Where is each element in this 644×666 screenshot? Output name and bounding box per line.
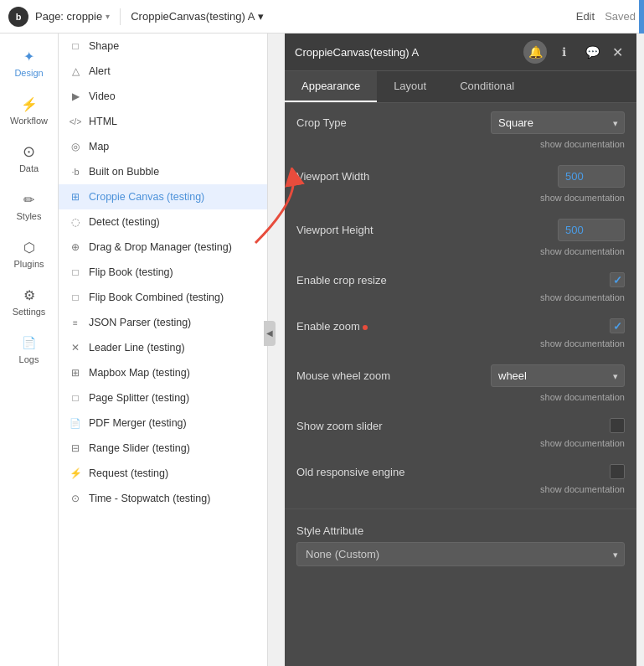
show-zoom-slider-doc-link[interactable]: show documentation [540, 438, 625, 448]
pdf-merger-icon: 📄 [69, 416, 82, 430]
sidebar-item-design[interactable]: ✦ Design [0, 40, 58, 85]
old-responsive-engine-control [610, 464, 625, 479]
element-label-range-slider: Range Slider (testing) [89, 442, 190, 454]
viewport-height-doc-link[interactable]: show documentation [540, 246, 625, 256]
workflow-icon: ⚡ [20, 95, 39, 113]
element-item-request[interactable]: ⚡ Request (testing) [59, 461, 267, 486]
crop-type-doc-link[interactable]: show documentation [540, 139, 625, 149]
crop-type-control: Square Circle Rectangle [491, 111, 625, 134]
element-item-pdf-merger[interactable]: 📄 PDF Merger (testing) [59, 410, 267, 436]
page-label: Page: croppie [35, 10, 102, 23]
element-item-bubble[interactable]: ·b Built on Bubble [59, 159, 267, 184]
info-icon[interactable]: ℹ [552, 40, 575, 64]
enable-zoom-control [610, 318, 625, 333]
style-attribute-section: Style Attribute None (Custom) [285, 516, 636, 576]
element-item-flip-book-combined[interactable]: □ Flip Book Combined (testing) [59, 285, 267, 310]
mouse-wheel-zoom-doc-link[interactable]: show documentation [540, 392, 625, 402]
tab-layout[interactable]: Layout [377, 71, 443, 102]
sidebar-item-logs[interactable]: 📄 Logs [0, 327, 58, 371]
sidebar-item-styles[interactable]: ✏ Styles [0, 183, 58, 228]
old-responsive-engine-checkbox[interactable] [610, 464, 625, 479]
edit-button[interactable]: Edit [576, 10, 595, 23]
element-item-map[interactable]: ◎ Map [59, 134, 267, 159]
enable-zoom-checkbox[interactable] [610, 318, 625, 333]
viewport-height-input[interactable] [558, 219, 625, 241]
mouse-wheel-zoom-control: wheel ctrl off [491, 364, 625, 387]
page-splitter-icon: □ [69, 391, 82, 405]
chat-icon[interactable]: 💬 [580, 40, 604, 64]
sidebar-item-workflow[interactable]: ⚡ Workflow [0, 88, 58, 132]
shape-icon: □ [69, 39, 82, 53]
element-label-map: Map [89, 141, 109, 152]
tab-conditional[interactable]: Conditional [443, 71, 531, 102]
element-item-time-stopwatch[interactable]: ⊙ Time - Stopwatch (testing) [59, 486, 267, 511]
element-label-mapbox: Mapbox Map (testing) [89, 367, 190, 379]
old-responsive-engine-doc: show documentation [285, 483, 636, 502]
crop-type-doc: show documentation [285, 137, 636, 157]
crop-type-select-wrapper: Square Circle Rectangle [491, 111, 625, 134]
element-label-alert: Alert [89, 65, 111, 77]
logs-icon: 📄 [20, 333, 39, 352]
sidebar-label-plugins: Plugins [13, 259, 44, 269]
time-stopwatch-icon: ⊙ [69, 492, 82, 505]
show-zoom-slider-checkbox[interactable] [610, 418, 625, 433]
sidebar-item-data[interactable]: ⊙ Data [0, 136, 58, 180]
mouse-wheel-zoom-select-wrapper: wheel ctrl off [491, 364, 625, 387]
element-item-alert[interactable]: △ Alert [59, 59, 267, 84]
crop-type-label: Crop Type [296, 116, 491, 129]
sidebar-item-plugins[interactable]: ⬡ Plugins [0, 231, 58, 276]
element-item-leader-line[interactable]: ✕ Leader Line (testing) [59, 335, 267, 360]
left-sidebar: ✦ Design ⚡ Workflow ⊙ Data ✏ Styles ⬡ Pl… [0, 34, 59, 666]
alert-icon: △ [69, 65, 82, 78]
sidebar-label-design: Design [14, 68, 43, 78]
viewport-width-input[interactable] [558, 165, 625, 188]
element-item-drag-drop[interactable]: ⊕ Drag & Drop Manager (testing) [59, 235, 267, 260]
sidebar-item-settings[interactable]: ⚙ Settings [0, 279, 58, 323]
show-zoom-slider-label: Show zoom slider [296, 420, 610, 432]
topbar-divider [120, 8, 121, 25]
element-item-mapbox[interactable]: ⊞ Mapbox Map (testing) [59, 360, 267, 385]
canvas-selector[interactable]: CroppieCanvas(testing) A ▾ [131, 10, 569, 23]
page-selector[interactable]: Page: croppie ▾ [35, 10, 110, 23]
crop-type-select[interactable]: Square Circle Rectangle [491, 111, 625, 134]
close-panel-button[interactable]: ✕ [609, 41, 626, 64]
element-item-detect[interactable]: ◌ Detect (testing) [59, 209, 267, 235]
drag-drop-icon: ⊕ [69, 240, 82, 254]
collapse-handle[interactable]: ◀ [264, 321, 276, 346]
element-item-range-slider[interactable]: ⊟ Range Slider (testing) [59, 436, 267, 461]
element-item-page-splitter[interactable]: □ Page Splitter (testing) [59, 385, 267, 410]
viewport-height-control [558, 219, 625, 241]
element-item-flip-book[interactable]: □ Flip Book (testing) [59, 260, 267, 285]
viewport-width-doc-link[interactable]: show documentation [540, 193, 625, 203]
enable-zoom-doc: show documentation [285, 337, 636, 356]
element-item-shape[interactable]: □ Shape [59, 34, 267, 59]
element-item-croppie[interactable]: ⊞ Croppie Canvas (testing) [59, 184, 267, 209]
canvas-label: CroppieCanvas(testing) A [131, 10, 255, 23]
page-caret-icon: ▾ [106, 12, 110, 21]
bell-icon[interactable]: 🔔 [523, 40, 547, 64]
enable-zoom-doc-link[interactable]: show documentation [540, 338, 625, 348]
styles-icon: ✏ [20, 190, 39, 209]
mouse-wheel-zoom-select[interactable]: wheel ctrl off [491, 364, 625, 387]
saved-status: Saved [605, 10, 636, 23]
tab-appearance[interactable]: Appearance [285, 71, 377, 102]
html-icon: </> [69, 115, 82, 128]
enable-crop-resize-checkbox[interactable] [610, 272, 625, 287]
show-zoom-slider-control [610, 418, 625, 433]
old-responsive-engine-doc-link[interactable]: show documentation [540, 484, 625, 494]
design-icon: ✦ [20, 47, 39, 65]
element-item-video[interactable]: ▶ Video [59, 84, 267, 109]
croppie-icon: ⊞ [69, 190, 82, 204]
style-attribute-select[interactable]: None (Custom) [296, 542, 625, 566]
element-item-html[interactable]: </> HTML [59, 109, 267, 134]
sidebar-label-styles: Styles [17, 211, 42, 221]
element-item-json-parser[interactable]: ≡ JSON Parser (testing) [59, 310, 267, 335]
element-label-page-splitter: Page Splitter (testing) [89, 392, 189, 404]
mouse-wheel-zoom-row: Mouse wheel zoom wheel ctrl off [285, 356, 636, 390]
flip-book-icon: □ [69, 266, 82, 279]
enable-crop-resize-doc-link[interactable]: show documentation [540, 292, 625, 302]
properties-panel: CroppieCanvas(testing) A 🔔 ℹ 💬 ✕ Appeara… [285, 34, 636, 666]
element-label-video: Video [89, 90, 116, 102]
panel-tabs: Appearance Layout Conditional [285, 71, 636, 103]
enable-crop-resize-label: Enable crop resize [296, 274, 610, 287]
